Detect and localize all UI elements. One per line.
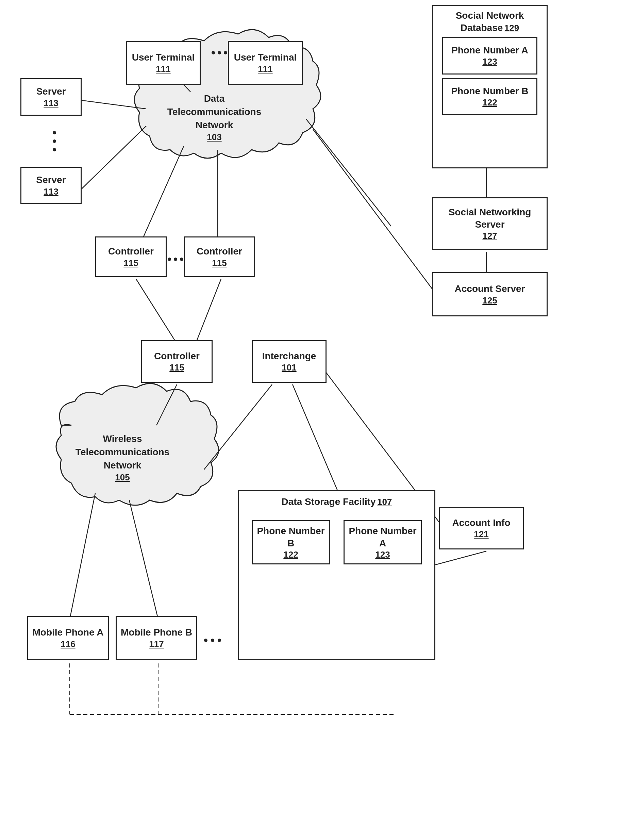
mobile-phone-a-num: 116 bbox=[60, 639, 75, 649]
data-telecom-label: DataTelecommunicationsNetwork 103 bbox=[167, 92, 262, 142]
interchange-label: Interchange bbox=[262, 350, 316, 362]
svg-line-6 bbox=[306, 119, 391, 226]
svg-line-12 bbox=[196, 279, 221, 344]
svg-line-13 bbox=[156, 384, 177, 425]
phone-number-b-top-label: Phone Number B bbox=[451, 85, 528, 97]
user-terminal-left-box: User Terminal 111 bbox=[126, 41, 201, 85]
svg-point-30 bbox=[174, 257, 177, 261]
phone-number-a-lower-num: 123 bbox=[375, 549, 390, 560]
server-top-box: Server 113 bbox=[21, 78, 82, 116]
phone-number-a-top-label: Phone Number A bbox=[451, 44, 528, 57]
data-storage-label: Data Storage Facility bbox=[282, 496, 376, 507]
account-info-label: Account Info bbox=[452, 517, 510, 529]
controller-left-box: Controller 115 bbox=[95, 237, 167, 277]
wireless-telecom-label: WirelessTelecommunicationsNetwork 105 bbox=[75, 432, 170, 483]
diagram: User Terminal 111 User Terminal 111 Serv… bbox=[0, 0, 634, 840]
svg-point-26 bbox=[211, 51, 215, 54]
social-network-db-num: 129 bbox=[505, 23, 519, 33]
svg-point-31 bbox=[180, 257, 183, 261]
svg-line-20 bbox=[435, 551, 486, 565]
controller-lower-box: Controller 115 bbox=[141, 340, 213, 383]
svg-point-27 bbox=[218, 51, 221, 54]
account-server-box: Account Server 125 bbox=[432, 272, 547, 316]
mobile-phone-b-num: 117 bbox=[149, 639, 164, 649]
server-top-label: Server bbox=[36, 85, 66, 98]
server-bottom-label: Server bbox=[36, 174, 66, 186]
data-storage-outer-box: Data Storage Facility 107 Phone Number B… bbox=[238, 490, 435, 660]
svg-line-3 bbox=[82, 126, 146, 189]
account-server-label: Account Server bbox=[455, 283, 525, 295]
account-info-box: Account Info 121 bbox=[439, 507, 524, 549]
server-bottom-num: 113 bbox=[44, 186, 58, 197]
svg-point-33 bbox=[211, 639, 214, 642]
account-server-num: 125 bbox=[482, 295, 497, 306]
controller-right-num: 115 bbox=[212, 258, 227, 268]
mobile-phone-a-box: Mobile Phone A 116 bbox=[27, 616, 109, 660]
phone-number-a-top-box: Phone Number A 123 bbox=[442, 37, 538, 74]
svg-point-37 bbox=[53, 148, 56, 152]
svg-point-28 bbox=[224, 51, 227, 54]
phone-number-b-lower-box: Phone Number B 122 bbox=[252, 520, 330, 564]
svg-line-4 bbox=[143, 146, 184, 238]
account-info-num: 121 bbox=[474, 529, 489, 540]
user-terminal-right-box: User Terminal 111 bbox=[228, 41, 303, 85]
interchange-num: 101 bbox=[282, 362, 296, 373]
social-networking-server-num: 127 bbox=[482, 231, 497, 241]
svg-line-2 bbox=[82, 100, 146, 109]
svg-line-11 bbox=[136, 279, 177, 344]
user-terminal-right-label: User Terminal bbox=[234, 51, 297, 64]
svg-point-29 bbox=[168, 257, 171, 261]
controller-left-num: 115 bbox=[123, 258, 138, 268]
svg-line-17 bbox=[70, 493, 95, 619]
controller-right-label: Controller bbox=[197, 245, 242, 257]
social-networking-server-label: Social Networking Server bbox=[437, 206, 543, 231]
user-terminal-left-label: User Terminal bbox=[132, 51, 195, 64]
svg-line-15 bbox=[292, 384, 340, 497]
social-networking-server-box: Social Networking Server 127 bbox=[432, 197, 547, 250]
server-bottom-box: Server 113 bbox=[21, 167, 82, 204]
phone-number-b-top-box: Phone Number B 122 bbox=[442, 78, 538, 115]
mobile-phone-a-label: Mobile Phone A bbox=[33, 626, 104, 639]
svg-line-14 bbox=[204, 384, 272, 469]
svg-line-18 bbox=[129, 500, 158, 619]
controller-lower-label: Controller bbox=[154, 350, 200, 362]
controller-right-box: Controller 115 bbox=[184, 237, 255, 277]
interchange-box: Interchange 101 bbox=[252, 340, 326, 383]
controller-left-label: Controller bbox=[108, 245, 154, 257]
phone-number-b-lower-num: 122 bbox=[283, 549, 298, 560]
phone-number-b-lower-label: Phone Number B bbox=[257, 525, 325, 550]
mobile-phone-b-label: Mobile Phone B bbox=[121, 626, 192, 639]
user-terminal-right-num: 111 bbox=[258, 64, 273, 74]
phone-number-a-top-num: 123 bbox=[482, 57, 497, 67]
svg-point-32 bbox=[204, 639, 208, 642]
phone-number-a-lower-box: Phone Number A 123 bbox=[344, 520, 422, 564]
controller-lower-num: 115 bbox=[169, 362, 184, 373]
svg-point-36 bbox=[53, 139, 56, 143]
phone-number-b-top-num: 122 bbox=[482, 97, 497, 108]
phone-number-a-lower-label: Phone Number A bbox=[349, 525, 417, 550]
user-terminal-left-num: 111 bbox=[156, 64, 170, 74]
social-network-db-outer-box: Social Network Database 129 Phone Number… bbox=[432, 5, 547, 168]
svg-point-35 bbox=[53, 131, 56, 134]
data-storage-num: 107 bbox=[377, 497, 392, 507]
svg-line-7 bbox=[313, 129, 439, 298]
svg-point-34 bbox=[218, 639, 221, 642]
server-top-num: 113 bbox=[44, 98, 58, 109]
mobile-phone-b-box: Mobile Phone B 117 bbox=[116, 616, 197, 660]
